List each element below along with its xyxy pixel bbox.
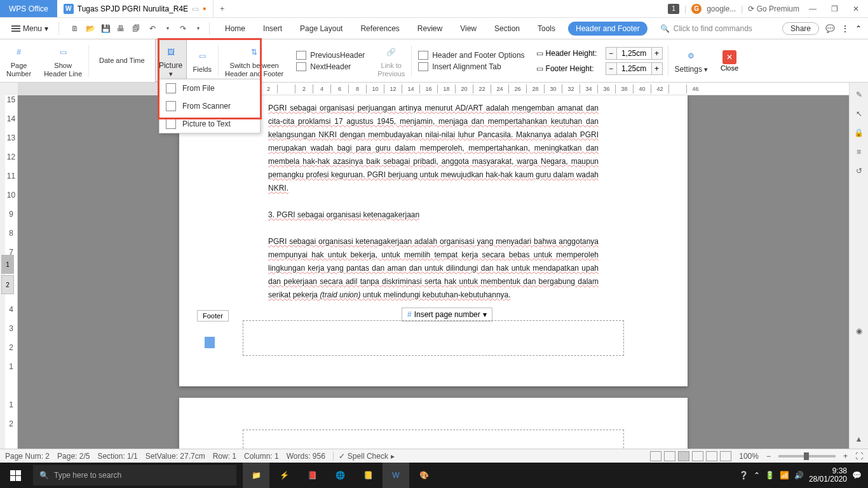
- command-search[interactable]: 🔍 Click to find commands: [660, 24, 782, 33]
- paragraph-panel-icon[interactable]: ≡: [853, 146, 865, 158]
- status-section[interactable]: Section: 1/1: [97, 452, 137, 461]
- header-height-value[interactable]: 1,25cm: [617, 47, 651, 60]
- tab-references[interactable]: References: [355, 20, 404, 37]
- tab-tools[interactable]: Tools: [532, 20, 560, 37]
- switch-header-footer-button[interactable]: ⇅ Switch between Header and Footer: [219, 39, 290, 82]
- new-tab-button[interactable]: +: [214, 0, 231, 17]
- help-tray-icon[interactable]: ❔: [739, 471, 749, 480]
- zoom-in-button[interactable]: +: [843, 452, 848, 461]
- taskbar-search[interactable]: 🔍 Type here to search: [33, 465, 236, 485]
- tab-insert[interactable]: Insert: [258, 20, 287, 37]
- redo-dropdown-icon[interactable]: ▾: [191, 22, 205, 36]
- picture-button[interactable]: 🖼 Picture ▾: [155, 39, 187, 82]
- tray-expand-icon[interactable]: ⌃: [754, 471, 760, 480]
- zoom-value[interactable]: 100%: [739, 452, 759, 461]
- previous-header-button[interactable]: PreviousHeader: [296, 51, 365, 60]
- status-words[interactable]: Words: 956: [287, 452, 325, 461]
- increment-button[interactable]: +: [651, 62, 663, 75]
- save-icon[interactable]: 💾: [98, 22, 112, 36]
- tab-view[interactable]: View: [455, 20, 482, 37]
- reading-view-icon[interactable]: [664, 451, 675, 461]
- taskbar-clock[interactable]: 9:38 28/01/2020: [809, 467, 847, 484]
- show-header-line-button[interactable]: ▭ Show Header Line: [37, 39, 88, 82]
- footer-height-value[interactable]: 1,25cm: [617, 62, 651, 75]
- app-icon-2[interactable]: 📕: [299, 463, 325, 488]
- print-layout-icon[interactable]: [678, 451, 689, 461]
- insert-alignment-tab-button[interactable]: Insert Alignment Tab: [418, 62, 524, 71]
- increment-button[interactable]: +: [651, 47, 663, 60]
- hf-options-button[interactable]: Header and Footer Options: [418, 51, 524, 60]
- select-tool-icon[interactable]: ↖: [853, 108, 865, 119]
- footer-height-spinner[interactable]: − 1,25cm +: [606, 62, 663, 75]
- collapse-ribbon-icon[interactable]: ⌃: [855, 24, 862, 33]
- redo-icon[interactable]: ↷: [176, 22, 190, 36]
- decrement-button[interactable]: −: [606, 62, 617, 75]
- page-nav-1[interactable]: 1: [1, 255, 14, 274]
- tab-header-footer[interactable]: Header and Footer: [568, 22, 648, 36]
- notifications-icon[interactable]: 💬: [852, 471, 862, 480]
- page-nav-2[interactable]: 2: [1, 275, 14, 294]
- more-icon[interactable]: ⋮: [841, 24, 849, 33]
- wifi-icon[interactable]: 📶: [780, 471, 789, 480]
- settings-button[interactable]: ⚙ Settings ▾: [668, 39, 714, 82]
- google-account-icon[interactable]: G: [691, 4, 702, 14]
- status-row[interactable]: Row: 1: [213, 452, 236, 461]
- document-tab[interactable]: W Tugas SPJD PGRI Nurulita_R4E ▭ •: [57, 0, 214, 17]
- open-icon[interactable]: 📂: [83, 22, 97, 36]
- feedback-icon[interactable]: 💬: [825, 24, 835, 33]
- new-doc-icon[interactable]: 🗎: [68, 22, 82, 36]
- web-layout-icon[interactable]: [706, 451, 717, 461]
- insert-page-number-button[interactable]: # Insert page number ▾: [402, 308, 492, 322]
- chrome-icon[interactable]: 🌐: [327, 463, 353, 488]
- tab-review[interactable]: Review: [412, 20, 447, 37]
- spell-check-button[interactable]: ✓ Spell Check ▸: [333, 452, 395, 461]
- sticky-notes-icon[interactable]: 📒: [355, 463, 381, 488]
- undo-icon[interactable]: ↶: [146, 22, 159, 36]
- fields-button[interactable]: ▭ Fields: [187, 39, 218, 82]
- scroll-handle-icon[interactable]: ◉: [853, 325, 865, 337]
- decrement-button[interactable]: −: [606, 47, 617, 60]
- google-label[interactable]: google...: [707, 4, 736, 13]
- footer-content-icon[interactable]: [205, 337, 215, 348]
- tab-section[interactable]: Section: [489, 20, 525, 37]
- menu-from-scanner[interactable]: From Scanner: [159, 97, 260, 115]
- close-window-button[interactable]: ✕: [848, 3, 864, 15]
- zoom-slider[interactable]: [778, 455, 836, 458]
- lock-icon[interactable]: 🔒: [853, 127, 865, 139]
- restore-button[interactable]: ❐: [826, 3, 843, 15]
- date-time-button[interactable]: Date and Time: [89, 39, 155, 82]
- horizontal-ruler[interactable]: 2246810121416182022242628303234363840424…: [18, 83, 849, 95]
- fit-page-icon[interactable]: ⛶: [855, 452, 863, 461]
- menu-picture-to-text[interactable]: Picture to Text: [159, 115, 260, 133]
- footer-edit-area[interactable]: [243, 320, 624, 356]
- tab-menu-icon[interactable]: ▭: [192, 4, 199, 13]
- pencil-tool-icon[interactable]: ✎: [853, 89, 865, 100]
- minimize-button[interactable]: —: [804, 3, 821, 15]
- document-canvas[interactable]: PGRI sebagai organisasi perjuangan artin…: [18, 95, 849, 464]
- volume-icon[interactable]: 🔊: [794, 471, 804, 480]
- zoom-out-button[interactable]: −: [766, 452, 771, 461]
- docs-count-badge[interactable]: 1: [668, 4, 679, 14]
- status-column[interactable]: Column: 1: [244, 452, 279, 461]
- eye-protect-icon[interactable]: [720, 451, 731, 461]
- page-number-button[interactable]: # Page Number: [0, 39, 37, 82]
- history-icon[interactable]: ↺: [853, 165, 865, 177]
- undo-dropdown-icon[interactable]: ▾: [161, 22, 175, 36]
- battery-icon[interactable]: 🔋: [765, 471, 775, 480]
- menu-from-file[interactable]: From File: [159, 79, 260, 97]
- wps-writer-taskbar-icon[interactable]: W: [383, 463, 409, 488]
- main-menu-button[interactable]: Menu ▾: [5, 22, 55, 36]
- app-name-tab[interactable]: WPS Office: [0, 0, 57, 17]
- file-explorer-icon[interactable]: 📁: [243, 463, 269, 488]
- header-height-spinner[interactable]: − 1,25cm +: [606, 47, 663, 60]
- print-icon[interactable]: 🖶: [114, 22, 128, 36]
- page-up-icon[interactable]: ▲: [853, 433, 865, 445]
- tab-home[interactable]: Home: [220, 20, 250, 37]
- paint-icon[interactable]: 🎨: [410, 463, 437, 488]
- close-header-footer-button[interactable]: ✕ Close: [714, 50, 745, 72]
- next-header-button[interactable]: NextHeader: [296, 62, 365, 71]
- status-page[interactable]: Page: 2/5: [57, 452, 90, 461]
- share-button[interactable]: Share: [782, 22, 819, 35]
- app-icon-1[interactable]: ⚡: [271, 463, 297, 488]
- outline-view-icon[interactable]: [692, 451, 703, 461]
